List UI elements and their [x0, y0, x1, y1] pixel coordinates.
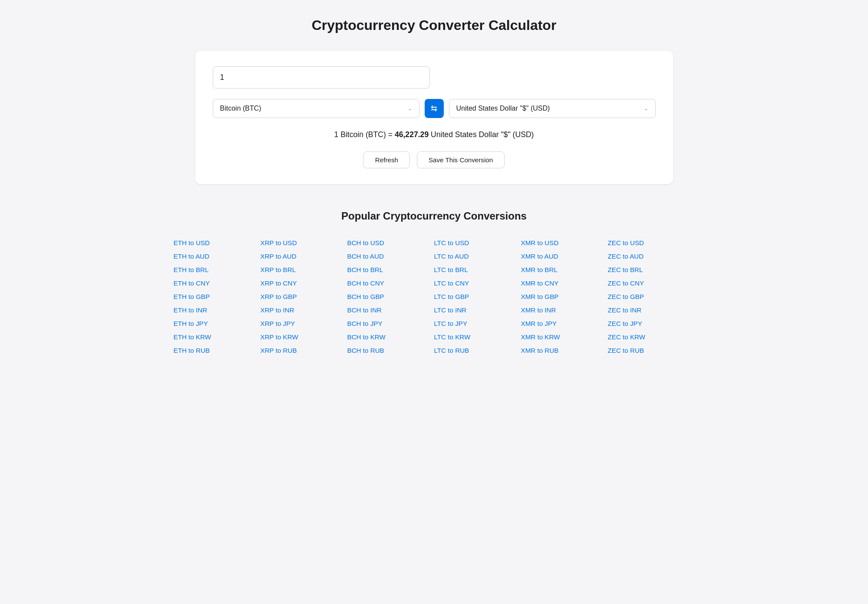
- conversion-link[interactable]: BCH to RUB: [347, 344, 434, 357]
- conversion-link[interactable]: ZEC to USD: [608, 236, 695, 249]
- conversion-link[interactable]: ETH to CNY: [174, 276, 261, 290]
- conversion-link[interactable]: BCH to BRL: [347, 263, 434, 276]
- conversion-link[interactable]: BCH to INR: [347, 303, 434, 317]
- conversion-column-0: ETH to USDETH to AUDETH to BRLETH to CNY…: [174, 236, 261, 357]
- conversion-link[interactable]: ZEC to KRW: [608, 330, 695, 344]
- conversion-link[interactable]: ETH to KRW: [174, 330, 261, 344]
- conversion-link[interactable]: BCH to USD: [347, 236, 434, 249]
- conversion-link[interactable]: XRP to RUB: [261, 344, 347, 357]
- amount-input[interactable]: [213, 66, 430, 89]
- conversion-link[interactable]: LTC to BRL: [434, 263, 521, 276]
- from-currency-chevron-icon: ⌄: [408, 105, 412, 112]
- conversion-column-1: XRP to USDXRP to AUDXRP to BRLXRP to CNY…: [261, 236, 347, 357]
- conversion-link[interactable]: LTC to USD: [434, 236, 521, 249]
- from-currency-label: Bitcoin (BTC): [220, 105, 261, 112]
- result-row: 1 Bitcoin (BTC) = 46,227.29 United State…: [213, 130, 656, 139]
- conversion-column-5: ZEC to USDZEC to AUDZEC to BRLZEC to CNY…: [608, 236, 695, 357]
- conversion-link[interactable]: XRP to CNY: [261, 276, 347, 290]
- popular-section: Popular Cryptocurrency Conversions ETH t…: [174, 210, 695, 357]
- conversion-link[interactable]: ZEC to AUD: [608, 249, 695, 263]
- conversion-link[interactable]: ETH to AUD: [174, 249, 261, 263]
- conversion-link[interactable]: XRP to KRW: [261, 330, 347, 344]
- conversion-link[interactable]: XRP to USD: [261, 236, 347, 249]
- conversion-column-4: XMR to USDXMR to AUDXMR to BRLXMR to CNY…: [521, 236, 608, 357]
- conversion-link[interactable]: ETH to BRL: [174, 263, 261, 276]
- swap-button[interactable]: ⇆: [425, 99, 444, 118]
- conversion-link[interactable]: BCH to KRW: [347, 330, 434, 344]
- conversion-link[interactable]: ETH to INR: [174, 303, 261, 317]
- swap-icon: ⇆: [431, 104, 437, 113]
- conversion-link[interactable]: XMR to KRW: [521, 330, 608, 344]
- conversion-link[interactable]: LTC to AUD: [434, 249, 521, 263]
- conversion-link[interactable]: LTC to KRW: [434, 330, 521, 344]
- conversion-link[interactable]: ZEC to CNY: [608, 276, 695, 290]
- conversion-link[interactable]: XRP to GBP: [261, 290, 347, 303]
- conversion-link[interactable]: ETH to RUB: [174, 344, 261, 357]
- conversion-link[interactable]: XMR to INR: [521, 303, 608, 317]
- conversion-link[interactable]: XRP to JPY: [261, 317, 347, 330]
- save-conversion-button[interactable]: Save This Conversion: [417, 151, 505, 168]
- popular-title: Popular Cryptocurrency Conversions: [174, 210, 695, 222]
- conversion-link[interactable]: LTC to JPY: [434, 317, 521, 330]
- conversion-link[interactable]: XRP to INR: [261, 303, 347, 317]
- result-to-label: United States Dollar "$" (USD): [431, 130, 534, 139]
- conversion-link[interactable]: ZEC to RUB: [608, 344, 695, 357]
- conversion-link[interactable]: XRP to BRL: [261, 263, 347, 276]
- result-from-label: 1 Bitcoin (BTC): [334, 130, 386, 139]
- conversion-link[interactable]: LTC to GBP: [434, 290, 521, 303]
- conversion-link[interactable]: BCH to AUD: [347, 249, 434, 263]
- conversion-link[interactable]: XMR to BRL: [521, 263, 608, 276]
- conversion-link[interactable]: LTC to RUB: [434, 344, 521, 357]
- result-value: 46,227.29: [395, 130, 429, 139]
- result-equals: =: [388, 130, 393, 139]
- conversion-link[interactable]: XRP to AUD: [261, 249, 347, 263]
- to-currency-chevron-icon: ⌄: [644, 105, 648, 112]
- conversion-link[interactable]: BCH to CNY: [347, 276, 434, 290]
- conversion-link[interactable]: ZEC to INR: [608, 303, 695, 317]
- conversion-link[interactable]: LTC to INR: [434, 303, 521, 317]
- conversion-link[interactable]: XMR to RUB: [521, 344, 608, 357]
- to-currency-selector[interactable]: United States Dollar "$" (USD) ⌄: [449, 99, 656, 118]
- actions-row: Refresh Save This Conversion: [213, 151, 656, 168]
- conversion-link[interactable]: ETH to JPY: [174, 317, 261, 330]
- from-currency-selector[interactable]: Bitcoin (BTC) ⌄: [213, 99, 419, 118]
- currency-row: Bitcoin (BTC) ⌄ ⇆ United States Dollar "…: [213, 99, 656, 118]
- refresh-button[interactable]: Refresh: [363, 151, 410, 168]
- conversion-link[interactable]: XMR to JPY: [521, 317, 608, 330]
- conversion-link[interactable]: ZEC to GBP: [608, 290, 695, 303]
- conversion-column-3: LTC to USDLTC to AUDLTC to BRLLTC to CNY…: [434, 236, 521, 357]
- page-title: Cryptocurrency Converter Calculator: [26, 17, 842, 33]
- conversion-link[interactable]: XMR to GBP: [521, 290, 608, 303]
- conversion-link[interactable]: XMR to USD: [521, 236, 608, 249]
- to-currency-label: United States Dollar "$" (USD): [456, 105, 550, 112]
- converter-card: Bitcoin (BTC) ⌄ ⇆ United States Dollar "…: [195, 51, 673, 184]
- conversion-link[interactable]: XMR to AUD: [521, 249, 608, 263]
- conversion-link[interactable]: ZEC to JPY: [608, 317, 695, 330]
- conversion-link[interactable]: LTC to CNY: [434, 276, 521, 290]
- conversions-grid: ETH to USDETH to AUDETH to BRLETH to CNY…: [174, 236, 695, 357]
- conversion-link[interactable]: ETH to GBP: [174, 290, 261, 303]
- conversion-column-2: BCH to USDBCH to AUDBCH to BRLBCH to CNY…: [347, 236, 434, 357]
- conversion-link[interactable]: ZEC to BRL: [608, 263, 695, 276]
- conversion-link[interactable]: XMR to CNY: [521, 276, 608, 290]
- conversion-link[interactable]: ETH to USD: [174, 236, 261, 249]
- conversion-link[interactable]: BCH to JPY: [347, 317, 434, 330]
- conversion-link[interactable]: BCH to GBP: [347, 290, 434, 303]
